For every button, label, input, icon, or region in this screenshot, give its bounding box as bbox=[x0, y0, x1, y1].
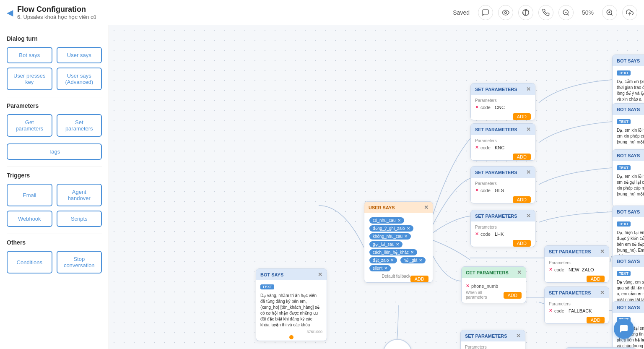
set-parameters-btn[interactable]: Set parameters bbox=[57, 114, 102, 137]
canvas-inner: BOT SAYS ✕ TEXT Dạ vàng, nhằm tri ân học… bbox=[109, 25, 644, 349]
set-params-3-node: SET PARAMETERS ✕ Parameters ✕ code GLS A… bbox=[470, 166, 535, 203]
set-params-4-param-x[interactable]: ✕ bbox=[475, 231, 479, 237]
get-parameters-btn[interactable]: Get parameters bbox=[7, 114, 52, 137]
bot-says-6-header: BOT SAYS ✕ bbox=[613, 302, 644, 313]
chat-float-button[interactable] bbox=[614, 319, 634, 339]
set-params-1-add-btn[interactable]: ADD bbox=[513, 113, 531, 120]
bot-says-main-close[interactable]: ✕ bbox=[318, 271, 322, 278]
get-params-param-label: phone_numb bbox=[471, 284, 498, 289]
bot-says-1-badge: TEXT bbox=[617, 70, 631, 76]
set-params-6-param-x[interactable]: ✕ bbox=[549, 308, 553, 313]
set-params-2-param-label: code bbox=[480, 145, 493, 150]
set-params-2-close[interactable]: ✕ bbox=[526, 126, 531, 133]
set-params-6-body: Parameters ✕ code FALLBACK ADD bbox=[545, 298, 609, 318]
agent-handover-btn[interactable]: Agent handover bbox=[57, 184, 102, 206]
zoom-out-btn[interactable] bbox=[558, 5, 574, 20]
set-params-2-title: SET PARAMETERS bbox=[475, 127, 517, 132]
set-params-1-header: SET PARAMETERS ✕ bbox=[471, 83, 535, 95]
header-titles: Flow Configuration 6. Upsales khoá học h… bbox=[17, 5, 453, 20]
user-says-btn[interactable]: User says bbox=[57, 47, 102, 63]
phone-icon-btn[interactable] bbox=[538, 5, 553, 20]
user-says-advanced-btn[interactable]: User says (Advanced) bbox=[57, 68, 102, 90]
bot-says-2-title: BOT SAYS bbox=[617, 107, 640, 112]
get-params-node: GET PARAMETERS ✕ ✕ phone_numb ADD When a… bbox=[461, 266, 526, 303]
comment-icon-btn[interactable] bbox=[478, 5, 493, 20]
bot-says-7-node: BOT SAYS ✕ TEXT bbox=[565, 347, 636, 349]
svg-point-0 bbox=[505, 11, 507, 13]
set-params-6-node: SET PARAMETERS ✕ Parameters ✕ code FALLB… bbox=[544, 286, 609, 324]
tag-hoi-gia: hỏi_giá ✕ bbox=[400, 257, 426, 263]
scripts-btn[interactable]: Scripts bbox=[57, 211, 102, 227]
set-params-5-add-btn[interactable]: ADD bbox=[587, 276, 605, 282]
set-params-3-add-btn[interactable]: ADD bbox=[513, 196, 531, 203]
user-says-add-btn[interactable]: ADD bbox=[410, 276, 428, 282]
parameters-section-title: Parameters bbox=[7, 102, 102, 109]
set-params-1-node: SET PARAMETERS ✕ Parameters ✕ code CNC A… bbox=[470, 83, 535, 120]
get-params-close[interactable]: ✕ bbox=[517, 269, 522, 276]
set-params-5-param-row: ✕ code NEW_ZALO bbox=[549, 267, 605, 272]
scripts-circle-node[interactable]: Scripts bbox=[383, 339, 412, 349]
tags-buttons: Tags bbox=[7, 143, 102, 160]
set-params-3-param-x[interactable]: ✕ bbox=[475, 188, 479, 193]
set-params-1-param-value: CNC bbox=[495, 105, 505, 110]
set-params-3-header: SET PARAMETERS ✕ bbox=[471, 167, 535, 178]
email-btn[interactable]: Email bbox=[7, 184, 52, 206]
bot-says-3-charcount: 148/1000 bbox=[617, 199, 644, 203]
set-params-5-param-label: code bbox=[554, 267, 567, 272]
bot-says-3-body: TEXT Dạ, em xin lỗi vì đã làm phiền, em … bbox=[613, 161, 644, 206]
set-params-5-param-x[interactable]: ✕ bbox=[549, 267, 553, 272]
set-params-7-node: SET PARAMETERS ✕ Parameters ✕ code COST … bbox=[460, 330, 525, 349]
webhook-btn[interactable]: Webhook bbox=[7, 211, 52, 227]
bot-says-3-node: BOT SAYS ✕ TEXT Dạ, em xin lỗi vì đã làm… bbox=[612, 149, 644, 207]
bot-says-btn[interactable]: Bot says bbox=[7, 47, 52, 63]
set-params-3-close[interactable]: ✕ bbox=[526, 169, 531, 175]
bot-says-3-text: Dạ, em xin lỗi vì đã làm phiền, em sẽ gọ… bbox=[617, 174, 644, 197]
conditions-btn[interactable]: Conditions bbox=[7, 251, 52, 273]
set-params-3-param-value: GLS bbox=[495, 188, 504, 193]
set-params-6-params-label: Parameters bbox=[549, 302, 605, 306]
back-button[interactable]: ◀ bbox=[7, 8, 13, 18]
set-params-6-close[interactable]: ✕ bbox=[600, 289, 605, 296]
stop-conversation-btn[interactable]: Stop conversation bbox=[57, 251, 102, 273]
set-params-1-param-x[interactable]: ✕ bbox=[475, 104, 479, 110]
upload-icon-btn[interactable] bbox=[622, 5, 637, 20]
set-params-4-close[interactable]: ✕ bbox=[526, 213, 531, 219]
set-params-2-param-x[interactable]: ✕ bbox=[475, 145, 479, 150]
get-params-header: GET PARAMETERS ✕ bbox=[462, 267, 526, 278]
eye-icon-btn[interactable] bbox=[498, 5, 513, 20]
set-params-1-title: SET PARAMETERS bbox=[475, 87, 517, 92]
bot-says-main-connector-bottom bbox=[289, 335, 293, 339]
set-params-5-close[interactable]: ✕ bbox=[600, 248, 605, 255]
set-params-2-add-btn[interactable]: ADD bbox=[513, 154, 531, 160]
set-params-1-close[interactable]: ✕ bbox=[526, 86, 531, 92]
set-params-4-add-btn[interactable]: ADD bbox=[513, 240, 531, 247]
set-params-4-body: Parameters ✕ code LHK ADD bbox=[471, 221, 535, 242]
bot-says-2-header: BOT SAYS ✕ bbox=[613, 104, 644, 115]
tag-silent: silent ✕ bbox=[369, 265, 391, 271]
user-says-body: có_nhu_cau ✕ đồng_ý_ghì_zalo ✕ không_nhu… bbox=[364, 213, 433, 282]
flow-canvas[interactable]: BOT SAYS ✕ TEXT Dạ vàng, nhằm tri ân học… bbox=[109, 25, 644, 349]
tags-btn[interactable]: Tags bbox=[7, 143, 102, 160]
bot-says-3-title: BOT SAYS bbox=[617, 153, 640, 158]
dialog-turn-section-title: Dialog turn bbox=[7, 35, 102, 42]
user-presses-key-btn[interactable]: User presses key bbox=[7, 68, 52, 90]
set-params-7-close[interactable]: ✕ bbox=[516, 333, 521, 339]
zoom-in-btn[interactable] bbox=[602, 5, 617, 20]
page-subtitle: 6. Upsales khoá học học viên cũ bbox=[17, 14, 453, 20]
get-params-add-btn[interactable]: ADD bbox=[504, 292, 522, 299]
set-params-6-header: SET PARAMETERS ✕ bbox=[545, 287, 609, 298]
set-params-2-params-label: Parameters bbox=[475, 138, 531, 143]
bot-says-4-badge: TEXT bbox=[617, 221, 631, 227]
set-params-3-title: SET PARAMETERS bbox=[475, 170, 517, 175]
set-params-7-body: Parameters ✕ code COST ADD bbox=[461, 341, 525, 349]
user-says-node: USER SAYS ✕ có_nhu_cau ✕ đồng_ý_ghì_zalo… bbox=[364, 201, 433, 283]
set-params-6-add-btn[interactable]: ADD bbox=[587, 317, 605, 323]
brain-icon-btn[interactable] bbox=[518, 5, 533, 20]
bot-says-3-badge: TEXT bbox=[617, 165, 631, 170]
bot-says-main-body: TEXT Dạ vàng, nhằm tri ân học viên đã từ… bbox=[256, 280, 327, 341]
set-params-4-node: SET PARAMETERS ✕ Parameters ✕ code LHK A… bbox=[470, 210, 535, 247]
get-params-param-x[interactable]: ✕ bbox=[466, 283, 470, 289]
user-says-close[interactable]: ✕ bbox=[424, 204, 428, 211]
set-params-7-title: SET PARAMETERS bbox=[465, 333, 507, 339]
set-params-5-param-value: NEW_ZALO bbox=[569, 267, 594, 272]
